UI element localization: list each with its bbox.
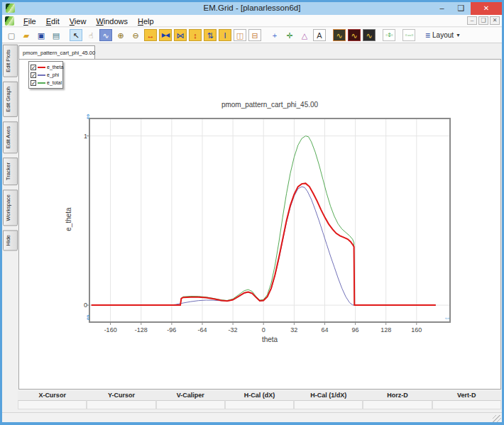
legend-checkbox[interactable]: ✓ xyxy=(31,65,36,70)
sidebar-tab-edit-axes[interactable]: Edit Axes xyxy=(3,121,18,153)
legend-line-sample xyxy=(38,82,45,84)
zoom-out-icon[interactable]: ⊖ xyxy=(129,29,142,41)
graph-style-red-icon[interactable]: ∿ xyxy=(348,29,361,41)
toolbar-separator xyxy=(263,29,268,41)
close-button[interactable]: ✕ xyxy=(471,2,502,15)
select-arrow-icon[interactable]: ↖ xyxy=(70,29,82,41)
toolbar: ▢▰▣▤↖☝∿⊕⊖↔▶◀⋈↕⇅I◫⊟+✛△A∿∿∿▫⇕▫▫⇔▫≡Layout▼ xyxy=(2,28,502,43)
x-tick-label: 64 xyxy=(310,326,339,333)
x-tick-label: 160 xyxy=(402,326,431,333)
toolbar-separator xyxy=(378,29,383,41)
align-horizontal-icon[interactable]: ▫⇔▫ xyxy=(402,29,415,41)
readout-column-header: Vert-D xyxy=(432,391,501,400)
legend-line-sample xyxy=(38,67,45,68)
y-tick-label: 1 xyxy=(70,133,87,140)
sidebar-tab-strip: Edit PlotsEdit GraphEdit AxesTrackerWork… xyxy=(3,45,18,251)
compress-x-icon[interactable]: ▶◀ xyxy=(159,29,172,41)
text-label-icon[interactable]: A xyxy=(313,29,326,41)
zoom-region-icon[interactable]: ∿ xyxy=(99,29,112,41)
expand-y-icon[interactable]: ↕ xyxy=(189,29,202,41)
graph-pane[interactable]: ✓e_theta✓e_phi✓e_total pmom_pattern_cart… xyxy=(18,59,501,390)
readout-value-row xyxy=(18,400,501,409)
sidebar-tab-edit-plots[interactable]: Edit Plots xyxy=(3,45,18,77)
axis-handle-icon[interactable]: ⇕ xyxy=(85,113,91,121)
readout-value-cell xyxy=(156,400,225,409)
fit-x-icon[interactable]: ⋈ xyxy=(174,29,187,41)
pan-hand-icon[interactable]: ☝ xyxy=(84,29,97,41)
mdi-app-icon xyxy=(5,16,14,26)
axis-handle-icon[interactable]: ⇔ xyxy=(444,314,451,321)
toolbar-separator xyxy=(65,29,70,41)
delta-marker-icon[interactable]: △ xyxy=(298,29,311,41)
status-bar xyxy=(2,412,502,424)
graph-style-dark-icon[interactable]: ∿ xyxy=(363,29,376,41)
axis-handle-icon[interactable]: ⇕ xyxy=(85,314,91,321)
sidebar-tab-hide[interactable]: Hide xyxy=(3,230,18,250)
minimize-button[interactable]: – xyxy=(432,2,451,15)
page-split-horizontal-icon[interactable]: ⊟ xyxy=(248,29,261,41)
document-tab-label: pmom_pattern_cart_phi_45.00 xyxy=(23,50,95,56)
print-icon[interactable]: ▤ xyxy=(50,29,62,41)
sidebar-tab-tracker[interactable]: Tracker xyxy=(3,158,18,185)
legend-row: ✓e_theta xyxy=(31,63,61,71)
x-tick-label: -128 xyxy=(127,326,155,333)
mdi-minimize-button[interactable]: – xyxy=(467,16,477,25)
y-tick-label: 0 xyxy=(70,302,87,309)
readout-value-cell xyxy=(18,400,87,409)
readout-column-header: X-Cursor xyxy=(18,391,87,400)
menu-item-windows[interactable]: Windows xyxy=(91,16,133,26)
new-graph-icon[interactable]: ∿ xyxy=(333,29,346,41)
chart-title: pmom_pattern_cart_phi_45.00 xyxy=(89,101,450,109)
legend-label: e_theta xyxy=(47,65,63,70)
menu-item-help[interactable]: Help xyxy=(133,16,159,26)
readout-value-cell xyxy=(294,400,363,409)
expand-x-icon[interactable]: ↔ xyxy=(144,29,157,41)
app-window: EM.Grid - [planarlesson6d] –❑✕ FileEditV… xyxy=(0,0,504,425)
zoom-in-icon[interactable]: ⊕ xyxy=(114,29,127,41)
readout-value-cell xyxy=(87,400,155,409)
compress-y-icon[interactable]: ⇅ xyxy=(204,29,217,41)
open-folder-icon[interactable]: ▰ xyxy=(20,29,33,41)
layout-button[interactable]: ≡Layout▼ xyxy=(422,29,464,42)
y-axis-label: e_theta xyxy=(65,198,73,241)
readout-column-header: Y-Cursor xyxy=(87,391,155,400)
mdi-restore-button[interactable]: ❑ xyxy=(478,16,488,25)
x-tick-label: -64 xyxy=(188,326,217,333)
toolbar-separator xyxy=(398,29,402,41)
resize-grip-icon[interactable] xyxy=(493,415,501,424)
legend-label: e_total xyxy=(47,80,62,85)
tracker-axes-icon[interactable]: ✛ xyxy=(283,29,296,41)
align-vertical-icon[interactable]: ▫⇕▫ xyxy=(383,29,395,41)
menu-item-edit[interactable]: Edit xyxy=(41,16,65,26)
layout-button-label: Layout xyxy=(432,31,454,39)
x-tick-label: 128 xyxy=(372,326,400,333)
readout-column-header: Horz-D xyxy=(363,391,432,400)
x-tick-label: 0 xyxy=(249,326,278,333)
crosshair-icon[interactable]: + xyxy=(268,29,281,41)
layout-bars-icon: ≡ xyxy=(425,31,430,40)
document-tab[interactable]: pmom_pattern_cart_phi_45.00 xyxy=(18,45,95,60)
fit-y-icon[interactable]: I xyxy=(219,29,231,41)
title-bar[interactable]: EM.Grid - [planarlesson6d] –❑✕ xyxy=(2,2,502,15)
x-axis-label: theta xyxy=(89,336,450,343)
legend-checkbox[interactable]: ✓ xyxy=(31,80,36,86)
plot-legend: ✓e_theta✓e_phi✓e_total xyxy=(28,61,63,89)
readout-column-header: V-Caliper xyxy=(156,391,225,400)
maximize-button[interactable]: ❑ xyxy=(451,2,471,15)
readout-value-cell xyxy=(225,400,294,409)
plot-area[interactable] xyxy=(89,118,450,322)
save-icon[interactable]: ▣ xyxy=(35,29,48,41)
new-document-icon[interactable]: ▢ xyxy=(5,29,18,41)
sidebar-tab-workspace[interactable]: Workspace xyxy=(3,189,18,226)
sidebar-tab-edit-graph[interactable]: Edit Graph xyxy=(3,82,18,117)
legend-checkbox[interactable]: ✓ xyxy=(31,72,36,78)
readout-header-row: X-CursorY-CursorV-CaliperH-Cal (dX)H-Cal… xyxy=(18,391,501,400)
x-tick-label: 96 xyxy=(341,326,370,333)
page-split-vertical-icon[interactable]: ◫ xyxy=(234,29,246,41)
mdi-close-button[interactable]: ✕ xyxy=(490,16,500,25)
menu-item-file[interactable]: File xyxy=(18,16,41,26)
toolbar-separator xyxy=(328,29,333,41)
x-tick-label: -32 xyxy=(219,326,247,333)
menu-item-view[interactable]: View xyxy=(65,16,92,26)
window-controls: –❑✕ xyxy=(432,2,502,15)
